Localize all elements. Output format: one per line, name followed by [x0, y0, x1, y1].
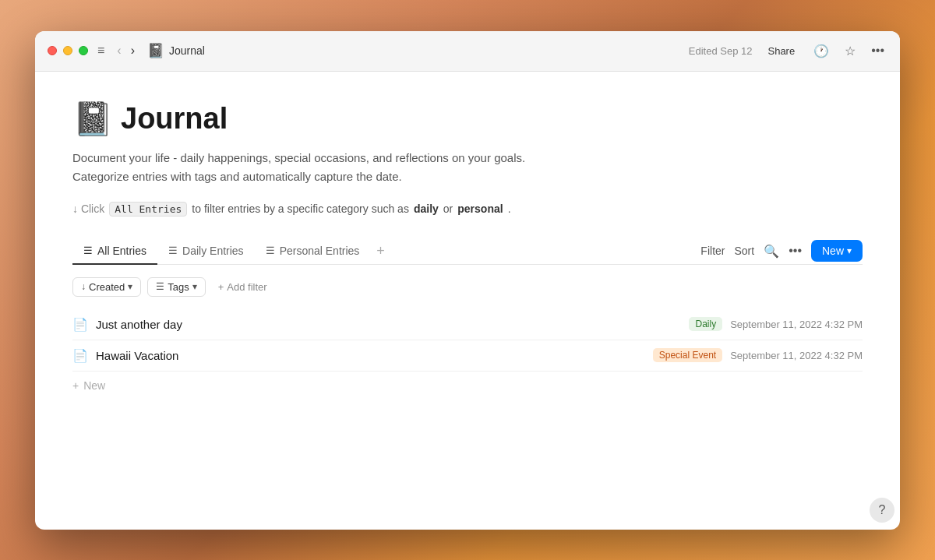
tab-all-entries[interactable]: ☰ All Entries [72, 238, 157, 265]
entry-date: September 11, 2022 4:32 PM [730, 319, 863, 330]
entry-title: Just another day [96, 318, 689, 331]
maximize-button[interactable] [79, 46, 88, 55]
entries-more-icon[interactable]: ••• [789, 244, 802, 258]
search-icon[interactable]: 🔍 [764, 244, 779, 259]
hint-period: . [508, 203, 511, 215]
hint-line: ↓ Click All Entries to filter entries by… [72, 202, 863, 217]
new-entry-label: New [83, 379, 105, 392]
app-window: ≡ ‹ › 📓 Journal Edited Sep 12 Share 🕐 ☆ … [35, 31, 900, 530]
clock-icon[interactable]: 🕐 [810, 41, 832, 62]
tab-all-icon: ☰ [83, 245, 93, 256]
new-entry-button[interactable]: + New [72, 372, 863, 400]
tab-personal-icon: ☰ [266, 245, 275, 256]
entry-doc-icon: 📄 [72, 348, 88, 363]
star-icon[interactable]: ☆ [842, 41, 859, 62]
hint-text1: to filter entries by a specific category… [192, 203, 409, 215]
hint-bold-personal: personal [457, 203, 503, 215]
filter-button[interactable]: Filter [700, 245, 725, 257]
tab-daily-entries[interactable]: ☰ Daily Entries [157, 238, 255, 265]
created-filter-label: Created [89, 281, 125, 293]
new-button-chevron-icon: ▾ [847, 245, 852, 256]
sort-button[interactable]: Sort [734, 245, 754, 257]
filter-bar: ↓ Created ▾ ☰ Tags ▾ + Add filter [72, 277, 863, 297]
tab-personal-entries[interactable]: ☰ Personal Entries [255, 238, 371, 265]
page-title-text: Journal [121, 102, 228, 136]
entry-tag-daily: Daily [689, 317, 722, 331]
forward-arrow-icon[interactable]: › [128, 42, 138, 59]
entry-row[interactable]: 📄 Hawaii Vacation Special Event Septembe… [72, 340, 863, 372]
notebook-icon: 📓 [147, 42, 164, 59]
close-button[interactable] [48, 46, 57, 55]
more-options-icon[interactable]: ••• [868, 41, 887, 61]
hint-or: or [443, 203, 453, 215]
add-tab-button[interactable]: + [370, 240, 391, 262]
tab-daily-icon: ☰ [168, 245, 178, 256]
tags-list-icon: ☰ [156, 281, 164, 292]
new-entry-plus-icon: + [72, 379, 79, 392]
traffic-lights [48, 46, 88, 55]
sort-down-icon: ↓ [81, 281, 86, 292]
share-button[interactable]: Share [761, 42, 801, 60]
add-filter-plus-icon: + [218, 281, 224, 293]
tabs-actions: Filter Sort 🔍 ••• New ▾ [700, 240, 863, 262]
add-filter-button[interactable]: + Add filter [212, 278, 273, 296]
tab-personal-label: Personal Entries [280, 245, 360, 257]
title-emoji: 📓 [72, 100, 113, 138]
new-button-label: New [822, 245, 844, 257]
tabs-list: ☰ All Entries ☰ Daily Entries ☰ Personal… [72, 238, 700, 264]
description-line2: Categorize entries with tags and automat… [72, 167, 863, 186]
page-header: 📓 Journal Document your life - daily hap… [72, 100, 863, 217]
tab-daily-label: Daily Entries [182, 245, 244, 257]
menu-icon[interactable]: ≡ [97, 44, 104, 58]
page-title: 📓 Journal [72, 100, 863, 138]
entry-doc-icon: 📄 [72, 317, 88, 332]
back-arrow-icon[interactable]: ‹ [114, 42, 124, 59]
help-icon: ? [879, 503, 886, 517]
entry-title: Hawaii Vacation [96, 349, 653, 362]
tab-all-label: All Entries [97, 245, 146, 257]
page-description: Document your life - daily happenings, s… [72, 149, 863, 186]
tags-filter-label: Tags [168, 281, 189, 293]
entry-tag-special-event: Special Event [653, 348, 722, 362]
add-filter-label: Add filter [227, 281, 266, 293]
description-line1: Document your life - daily happenings, s… [72, 149, 863, 167]
hint-bold-daily: daily [414, 203, 439, 215]
titlebar-right: Edited Sep 12 Share 🕐 ☆ ••• [689, 41, 887, 62]
minimize-button[interactable] [63, 46, 72, 55]
edited-label: Edited Sep 12 [689, 45, 753, 57]
main-content: 📓 Journal Document your life - daily hap… [35, 72, 900, 530]
new-button[interactable]: New ▾ [811, 240, 863, 262]
hint-badge: All Entries [109, 202, 187, 217]
entry-row[interactable]: 📄 Just another day Daily September 11, 2… [72, 309, 863, 340]
created-chevron-icon: ▾ [128, 281, 132, 292]
titlebar-title: Journal [169, 44, 689, 57]
entry-date: September 11, 2022 4:32 PM [730, 350, 863, 361]
titlebar: ≡ ‹ › 📓 Journal Edited Sep 12 Share 🕐 ☆ … [35, 31, 900, 72]
hint-arrow-icon: ↓ Click [72, 203, 104, 215]
tabs-bar: ☰ All Entries ☰ Daily Entries ☰ Personal… [72, 238, 863, 265]
tags-chevron-icon: ▾ [192, 281, 197, 292]
nav-buttons: ‹ › [114, 42, 138, 59]
tags-filter-chip[interactable]: ☰ Tags ▾ [147, 277, 205, 297]
entry-list: 📄 Just another day Daily September 11, 2… [72, 309, 863, 400]
created-filter-chip[interactable]: ↓ Created ▾ [72, 277, 141, 297]
help-button[interactable]: ? [870, 498, 894, 523]
